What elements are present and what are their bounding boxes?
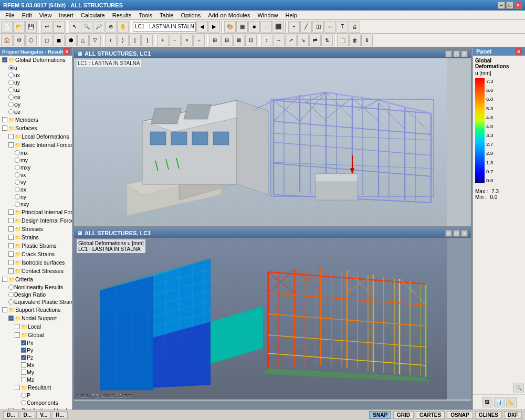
status-dxf[interactable]: DXF	[504, 411, 522, 419]
radio-mx[interactable]	[15, 150, 20, 155]
tree-mzr[interactable]: Mz	[0, 376, 72, 383]
checkbox-members[interactable]	[2, 117, 7, 122]
tb2-26[interactable]: ⇅	[321, 35, 333, 46]
status-osnap[interactable]: OSNAP	[447, 411, 473, 419]
tree-vy[interactable]: vy	[0, 178, 72, 186]
panel-icon-3[interactable]: 📐	[506, 397, 517, 407]
menu-insert[interactable]: Insert	[56, 12, 77, 19]
radio-uy[interactable]	[8, 80, 14, 85]
radio-equiv-plastic[interactable]	[8, 299, 14, 304]
tb-node[interactable]: •	[288, 21, 300, 33]
tb2-4[interactable]: ◻	[41, 35, 52, 46]
tree-design-int[interactable]: 📁 Design Internal Forces	[0, 216, 72, 225]
checkbox-local[interactable]	[15, 324, 20, 329]
tree-phiy[interactable]: φy	[0, 101, 72, 108]
tree-resultant[interactable]: 📁 Resultant	[0, 383, 72, 392]
tb-wire[interactable]: ▦	[236, 21, 248, 33]
radio-vx[interactable]	[15, 172, 20, 177]
tree-local-def[interactable]: 📁 Local Deformations	[0, 132, 72, 141]
tb2-6[interactable]: ⬢	[65, 35, 77, 46]
tree-components[interactable]: Components	[0, 399, 72, 406]
tb2-20[interactable]: ⊡	[245, 35, 257, 46]
tb2-19[interactable]: ⊠	[233, 35, 245, 46]
tb2-3[interactable]: ⬡	[25, 35, 37, 46]
status-glines[interactable]: GLINES	[475, 411, 502, 419]
tb2-copy[interactable]: 📋	[337, 35, 349, 46]
tb2-24[interactable]: ↘	[297, 35, 309, 46]
tree-nonlinearity[interactable]: Nonlinearity Results	[0, 284, 72, 291]
tree-global-deformations[interactable]: ✓ 📁 Global Deformations	[0, 56, 72, 64]
checkbox-principal-int[interactable]	[8, 209, 14, 215]
tree-nodal-support[interactable]: ✓ 📁 Nodal Support	[0, 314, 72, 322]
checkbox-contact[interactable]	[8, 268, 14, 274]
menu-options[interactable]: Options	[177, 12, 204, 19]
tree-crack-strains[interactable]: 📁 Crack Strains	[0, 250, 72, 258]
tb2-10[interactable]: ⟩	[117, 35, 129, 46]
menu-addon[interactable]: Add-on Modules	[205, 12, 253, 19]
tb2-21[interactable]: ↕	[261, 35, 272, 46]
top-vp-close[interactable]: ×	[461, 50, 468, 57]
checkbox-strains[interactable]	[8, 235, 14, 240]
tb2-17[interactable]: ⊞	[209, 35, 220, 46]
bottom-vp-min[interactable]: −	[445, 230, 452, 237]
checkbox-py[interactable]: ✓	[21, 348, 26, 353]
radio-nxy[interactable]	[15, 202, 20, 207]
radio-my[interactable]	[15, 158, 20, 163]
tb2-1[interactable]: 🏠	[1, 35, 13, 46]
tb-text[interactable]: T	[337, 21, 348, 33]
tb-select[interactable]: ↖	[69, 21, 80, 33]
checkbox-support[interactable]	[2, 307, 7, 312]
tree-global-sub[interactable]: 📁 Global	[0, 331, 72, 339]
checkbox-px[interactable]: ✓	[21, 340, 26, 345]
tb2-22[interactable]: ↔	[273, 35, 285, 46]
radio-phiy[interactable]	[8, 102, 14, 107]
radio-phix[interactable]	[8, 94, 14, 100]
tb2-del[interactable]: 🗑	[349, 35, 361, 46]
tree-plastic-strains[interactable]: 📁 Plastic Strains	[0, 242, 72, 250]
tree-my[interactable]: my	[0, 156, 72, 164]
checkbox-nodal-support[interactable]: ✓	[8, 316, 14, 321]
panel-icon-2[interactable]: 📊	[494, 397, 505, 407]
tree-mx[interactable]: mx	[0, 149, 72, 156]
radio-ux[interactable]	[8, 72, 14, 78]
checkbox-surfaces[interactable]	[2, 125, 7, 131]
tree-mxr[interactable]: Mx	[0, 361, 72, 369]
bottom-viewport-content[interactable]: Global Deformations u [mm] LC1 : LASTNA …	[74, 238, 471, 400]
checkbox-stresses[interactable]	[8, 226, 14, 232]
tree-isotropic[interactable]: 📁 Isotropic surfaces	[0, 258, 72, 267]
tb2-11[interactable]: ⟦	[129, 35, 141, 46]
tb2-prop[interactable]: ℹ	[361, 35, 373, 46]
panel-search-icon[interactable]: 🔍	[513, 383, 524, 393]
checkbox-global-sub[interactable]	[15, 332, 20, 338]
tb2-23[interactable]: ↗	[285, 35, 297, 46]
radio-components[interactable]	[21, 400, 26, 405]
tree-members[interactable]: 📁 Members	[0, 116, 72, 124]
radio-nonlinearity[interactable]	[8, 285, 14, 290]
tree-myr[interactable]: My	[0, 369, 72, 376]
menu-table[interactable]: Table	[156, 12, 176, 19]
tb-zoom-out[interactable]: 🔎	[93, 21, 104, 33]
tb2-2[interactable]: ⚙	[13, 35, 25, 46]
tree-mxy[interactable]: mxy	[0, 164, 72, 171]
tb-view1[interactable]: ⬜	[260, 21, 272, 33]
tb-undo[interactable]: ↩	[41, 21, 52, 33]
panel-close-button[interactable]: ×	[64, 48, 70, 55]
tb-surface[interactable]: ◫	[312, 21, 324, 33]
radio-design-ratio[interactable]	[8, 292, 14, 297]
checkbox-mzr[interactable]	[21, 377, 26, 382]
tb2-9[interactable]: ⟨	[105, 35, 117, 46]
checkbox-local-def[interactable]	[8, 134, 14, 139]
checkbox-pz[interactable]: ✓	[21, 355, 26, 360]
tb2-12[interactable]: ⟧	[141, 35, 153, 46]
minimize-button[interactable]: −	[498, 2, 505, 9]
menu-view[interactable]: View	[36, 12, 55, 19]
tree-nx[interactable]: nx	[0, 186, 72, 193]
tree-dist-loads[interactable]: 📁 Distribution of loads	[0, 406, 72, 410]
checkbox-dist-loads[interactable]	[8, 408, 14, 410]
radio-nx[interactable]	[15, 187, 20, 192]
radio-uz[interactable]	[8, 87, 14, 92]
tb2-5[interactable]: ◼	[53, 35, 65, 46]
bottom-tab-r[interactable]: R...	[52, 411, 68, 419]
side-panel-close[interactable]: ×	[516, 48, 522, 55]
tree-p-force[interactable]: P	[0, 392, 72, 399]
